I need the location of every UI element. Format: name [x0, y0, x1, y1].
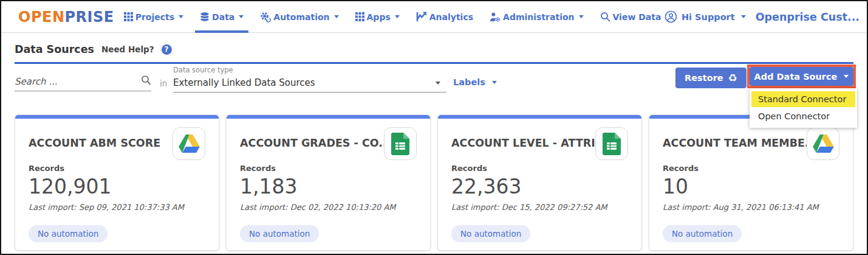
nav-item-view-data[interactable]: View Data — [600, 1, 661, 33]
last-import: Last import: Sep 09, 2021 10:37:33 AM — [29, 203, 205, 212]
records-label: Records — [451, 164, 628, 173]
nav-label: Apps — [367, 12, 391, 22]
nav-label: Projects — [135, 12, 174, 22]
search-input[interactable] — [15, 76, 141, 87]
user-gear-icon — [490, 12, 501, 22]
records-label: Records — [663, 164, 839, 173]
last-import: Last import: Dec 02, 2022 10:13:20 AM — [240, 203, 417, 212]
database-icon — [200, 12, 210, 22]
chevron-down-icon — [579, 15, 584, 18]
toolbar: in Data source type Externally Linked Da… — [15, 64, 853, 103]
records-value: 10 — [663, 175, 839, 198]
data-source-card[interactable]: ACCOUNT GRADES - CO... Records 1,183 Las… — [226, 114, 431, 251]
chevron-down-icon — [492, 81, 497, 84]
add-data-source-annotation: Add Data Source — [747, 65, 856, 88]
data-source-card[interactable]: ACCOUNT ABM SCORE Records 120,901 Last i… — [15, 114, 219, 251]
card-accent-bar — [15, 115, 219, 119]
last-import: Last import: Dec 15, 2022 09:27:52 AM — [451, 203, 628, 212]
google-drive-icon — [807, 127, 839, 160]
card-accent-bar — [438, 115, 641, 119]
card-title: ACCOUNT LEVEL - ATTRI... — [451, 131, 595, 149]
labels-dropdown[interactable]: Labels — [453, 77, 497, 87]
restore-label: Restore — [685, 73, 723, 83]
card-title: ACCOUNT GRADES - CO... — [240, 131, 384, 149]
menu-item-standard-connector[interactable]: Standard Connector — [751, 91, 855, 107]
logo-text-open: OPEN — [18, 9, 64, 26]
nav-item-automation[interactable]: Automation — [260, 1, 338, 33]
page-title-row: Data Sources Need Help? ? — [15, 43, 853, 55]
labels-label: Labels — [453, 77, 485, 87]
add-data-source-button[interactable]: Add Data Source — [750, 67, 853, 86]
google-drive-icon — [173, 127, 205, 160]
add-label: Add Data Source — [754, 72, 838, 82]
need-help-label: Need Help? — [101, 44, 154, 54]
restore-button[interactable]: Restore ♻ — [675, 68, 747, 88]
card-title: ACCOUNT ABM SCORE — [29, 131, 160, 149]
select-value: Externally Linked Data Sources — [173, 77, 434, 88]
chevron-down-icon — [239, 15, 244, 18]
nav-label: Administration — [503, 12, 574, 22]
records-value: 22,363 — [451, 175, 628, 198]
header-right-group: Hi Support Openprise Cust... — [665, 10, 861, 23]
recycle-icon: ♻ — [728, 73, 737, 83]
help-icon[interactable]: ? — [162, 44, 172, 55]
card-accent-bar — [227, 115, 430, 119]
search-field — [15, 75, 151, 91]
google-sheets-icon — [384, 127, 417, 160]
add-data-source-menu: Standard Connector Open Connector — [750, 88, 857, 128]
nav-label: Automation — [273, 12, 329, 22]
data-source-card[interactable]: ACCOUNT LEVEL - ATTRI... Records 22,363 … — [437, 114, 642, 251]
nav-label: Data — [212, 12, 234, 22]
nav-item-data[interactable]: Data — [200, 1, 244, 33]
nav-item-apps[interactable]: Apps — [355, 1, 400, 33]
in-label: in — [160, 79, 167, 88]
search-icon[interactable] — [141, 75, 151, 88]
line-chart-icon — [416, 12, 427, 22]
chevron-down-icon — [334, 15, 339, 18]
page-title: Data Sources — [15, 43, 94, 55]
nav-item-projects[interactable]: Projects — [124, 1, 183, 33]
logo-text-prise: PRISE — [64, 9, 114, 26]
chevron-down-icon — [395, 15, 400, 18]
google-sheets-icon — [595, 127, 628, 160]
last-import: Last import: Aug 31, 2021 06:13:41 AM — [663, 203, 839, 212]
chevron-down-icon — [179, 15, 183, 18]
nav-label: View Data — [613, 12, 661, 22]
chevron-down-icon — [741, 15, 746, 18]
openprise-logo[interactable]: OPENPRISE — [18, 9, 114, 26]
data-source-cards: ACCOUNT ABM SCORE Records 120,901 Last i… — [15, 114, 853, 251]
user-circle-icon — [665, 10, 677, 23]
records-value: 120,901 — [29, 175, 205, 198]
nav-item-administration[interactable]: Administration — [490, 1, 583, 33]
card-title: ACCOUNT TEAM MEMBE... — [663, 131, 807, 149]
records-label: Records — [240, 164, 417, 173]
grid-icon — [355, 12, 364, 21]
nav-label: Analytics — [429, 12, 473, 22]
select-label: Data source type — [173, 66, 446, 74]
gear-refresh-icon — [260, 12, 271, 23]
data-sources-page: Data Sources Need Help? ? in Data source… — [1, 43, 867, 251]
user-menu[interactable]: Hi Support — [665, 10, 746, 23]
automation-status-badge: No automation — [663, 225, 742, 242]
chevron-down-icon — [436, 82, 440, 85]
data-source-type-select[interactable]: Data source type Externally Linked Data … — [173, 64, 446, 93]
records-value: 1,183 — [240, 175, 417, 198]
greeting-label: Hi Support — [682, 12, 735, 22]
chevron-down-icon — [844, 75, 849, 78]
automation-status-badge: No automation — [240, 225, 319, 242]
grid-icon — [124, 12, 133, 21]
data-source-card[interactable]: ACCOUNT TEAM MEMBE... Records 10 Last im… — [649, 114, 853, 251]
top-nav-bar: OPENPRISE Projects Data Automation — [1, 1, 867, 33]
search-icon — [600, 12, 610, 22]
main-nav: Projects Data Automation Apps — [124, 1, 661, 33]
records-label: Records — [29, 164, 205, 173]
menu-item-open-connector[interactable]: Open Connector — [751, 108, 855, 124]
automation-status-badge: No automation — [29, 225, 108, 242]
nav-item-analytics[interactable]: Analytics — [416, 1, 473, 33]
account-name[interactable]: Openprise Cust... — [756, 11, 859, 23]
automation-status-badge: No automation — [451, 225, 530, 242]
